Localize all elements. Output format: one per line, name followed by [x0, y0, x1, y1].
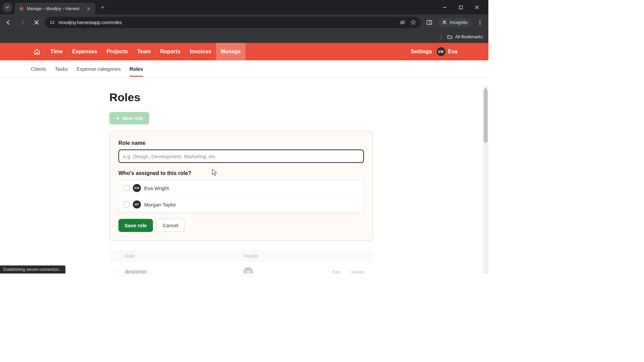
svg-point-11 — [480, 20, 481, 21]
tab-favicon — [19, 6, 24, 11]
browser-tab[interactable]: Manage – Moodjoy – Harvest — [15, 3, 95, 14]
select-all-checkbox[interactable] — [114, 253, 120, 259]
incognito-indicator[interactable]: Incognito — [438, 18, 472, 27]
subnav-item-roles[interactable]: Roles — [129, 61, 143, 76]
cell-role: designer — [125, 269, 239, 274]
people-avatar: EW — [244, 267, 253, 274]
delete-button[interactable]: Delete — [347, 267, 368, 274]
address-bar[interactable]: moodjoy.harvestapp.com/roles — [45, 17, 421, 28]
user-menu[interactable]: EW Eva — [437, 47, 458, 56]
maximize-button[interactable] — [456, 3, 466, 12]
nav-item-expenses[interactable]: Expenses — [67, 43, 102, 60]
nav-item-projects[interactable]: Projects — [102, 43, 132, 60]
svg-point-9 — [443, 22, 444, 24]
top-nav: TimeExpensesProjectsTeamReportsInvoicesM… — [0, 43, 488, 60]
nav-item-time[interactable]: Time — [46, 43, 67, 60]
svg-point-0 — [20, 7, 23, 10]
home-icon[interactable] — [31, 46, 43, 58]
chrome-menu-button[interactable] — [474, 17, 486, 28]
subnav-item-clients[interactable]: Clients — [31, 61, 46, 76]
assign-name: Morgan Taylor — [144, 202, 176, 207]
svg-point-13 — [480, 23, 481, 24]
svg-rect-1 — [460, 6, 463, 9]
url-text: moodjoy.harvestapp.com/roles — [58, 20, 122, 25]
cancel-button[interactable]: Cancel — [156, 219, 185, 232]
new-role-form: Role name Who's assigned to this role? E… — [109, 131, 373, 241]
row-checkbox[interactable] — [114, 269, 120, 274]
incognito-label: Incognito — [450, 20, 468, 25]
assign-row[interactable]: EWEva Wright — [119, 180, 364, 196]
all-bookmarks-button[interactable]: All Bookmarks — [447, 34, 483, 40]
bookmark-star-icon[interactable] — [410, 19, 416, 25]
all-bookmarks-label: All Bookmarks — [455, 34, 483, 39]
svg-rect-2 — [50, 21, 52, 22]
close-window-button[interactable] — [472, 3, 482, 12]
role-name-label: Role name — [118, 140, 364, 146]
column-header-people: People — [244, 253, 368, 259]
subnav-item-expense-categories[interactable]: Expense categories — [76, 61, 121, 76]
save-role-button[interactable]: Save role — [118, 219, 153, 232]
incognito-icon — [442, 20, 447, 25]
svg-point-10 — [445, 22, 446, 24]
table-row: designerEWEditDelete — [109, 262, 373, 274]
subnav-item-tasks[interactable]: Tasks — [55, 61, 68, 76]
sub-nav: ClientsTasksExpense categoriesRoles — [0, 60, 488, 77]
svg-rect-3 — [53, 21, 54, 22]
user-avatar: EW — [437, 47, 445, 56]
vertical-scrollbar[interactable]: ▲ — [483, 86, 488, 274]
site-settings-icon[interactable] — [50, 20, 55, 25]
forward-button[interactable] — [17, 17, 28, 28]
nav-item-reports[interactable]: Reports — [156, 43, 185, 60]
role-name-input[interactable] — [118, 149, 364, 163]
status-bar: Establishing secure connection... — [0, 265, 65, 274]
nav-item-team[interactable]: Team — [132, 43, 156, 60]
column-header-role: Role — [125, 253, 239, 259]
page-title: Roles — [109, 91, 373, 104]
minimize-button[interactable] — [440, 3, 449, 12]
roles-table: Role People designerEWEditDeleteEWEditDe… — [109, 250, 373, 274]
user-name: Eva — [448, 49, 458, 55]
plus-icon — [115, 116, 120, 121]
new-role-button[interactable]: New role — [109, 112, 149, 124]
assign-checkbox[interactable] — [123, 201, 129, 207]
assign-row[interactable]: MTMorgan Taylor — [119, 196, 364, 213]
tab-close-icon[interactable] — [86, 6, 91, 11]
bookmarks-divider: | — [440, 34, 442, 40]
folder-icon — [447, 34, 452, 40]
assigned-label: Who's assigned to this role? — [118, 170, 364, 176]
scroll-thumb[interactable] — [484, 89, 488, 143]
tab-title: Manage – Moodjoy – Harvest — [27, 6, 83, 11]
assign-name: Eva Wright — [144, 185, 169, 191]
assign-checkbox[interactable] — [123, 185, 129, 191]
edit-button[interactable]: Edit — [328, 267, 344, 274]
assign-avatar: MT — [133, 200, 141, 208]
tab-search-button[interactable] — [3, 3, 12, 12]
nav-item-manage[interactable]: Manage — [216, 43, 246, 60]
nav-item-invoices[interactable]: Invoices — [185, 43, 216, 60]
side-panel-button[interactable] — [424, 17, 435, 28]
svg-rect-5 — [53, 23, 54, 24]
new-tab-button[interactable] — [98, 3, 107, 12]
settings-link[interactable]: Settings — [411, 49, 432, 55]
stop-button[interactable] — [31, 17, 42, 28]
svg-rect-4 — [50, 23, 52, 24]
svg-rect-7 — [427, 20, 432, 24]
svg-point-12 — [480, 22, 481, 23]
cell-people: EW — [244, 267, 323, 274]
eye-off-icon[interactable] — [399, 19, 406, 25]
back-button[interactable] — [3, 17, 14, 28]
assign-avatar: EW — [133, 184, 141, 192]
